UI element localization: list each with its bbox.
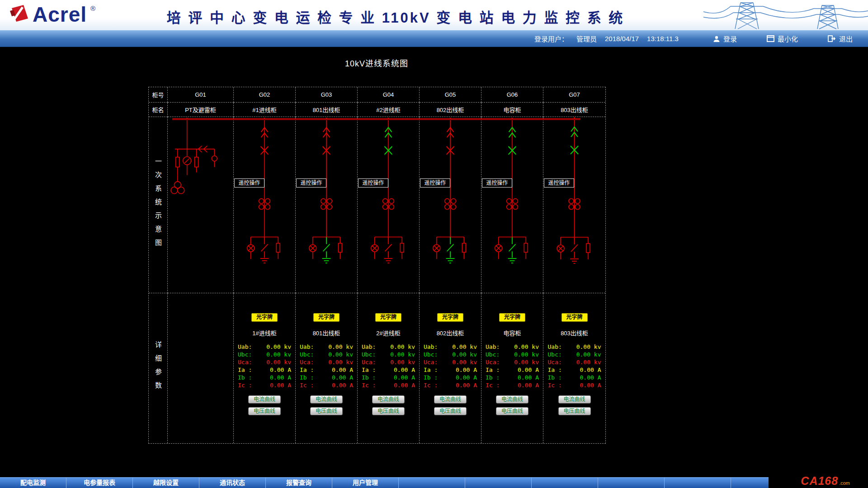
current-curve-button-G05[interactable]: 电流曲线	[434, 395, 467, 404]
measurement-label: Ia :	[424, 366, 438, 374]
measurement-row: Ic :0.00 A	[362, 381, 415, 389]
voltage-curve-button-G04[interactable]: 电压曲线	[372, 407, 405, 415]
measurement-row: Ia :0.00 A	[486, 366, 539, 374]
voltage-curve-button-G03[interactable]: 电压曲线	[310, 407, 343, 415]
measurement-row: Uca:0.00 kv	[238, 358, 291, 366]
current-curve-button-G03[interactable]: 电流曲线	[310, 395, 343, 404]
footer-nav-item-5[interactable]: 报警查询	[266, 478, 332, 488]
measurement-row: Uca:0.00 kv	[362, 358, 415, 366]
measurement-row: Ubc:0.00 kv	[486, 351, 539, 358]
measurement-label: Uca:	[238, 358, 252, 366]
measurement-list-G05: Uab:0.00 kvUbc:0.00 kvUca:0.00 kvIa :0.0…	[424, 343, 477, 389]
measurement-row: Ubc:0.00 kv	[548, 351, 601, 358]
current-curve-button-G04[interactable]: 电流曲线	[372, 395, 405, 404]
cabinet-name-G05: 802出线柜	[420, 103, 481, 117]
remote-control-button-G07[interactable]: 遥控操作	[544, 178, 574, 188]
measurement-row: Ib :0.00 A	[300, 374, 353, 381]
current-curve-button-G06[interactable]: 电流曲线	[496, 395, 528, 404]
voltage-curve-button-G02[interactable]: 电压曲线	[248, 407, 281, 415]
measurement-label: Ubc:	[300, 351, 314, 358]
minimize-button[interactable]: 最小化	[767, 34, 798, 43]
measurement-value: 0.00 A	[332, 381, 353, 389]
measurement-label: Ubc:	[424, 351, 438, 358]
footer-nav-item-4[interactable]: 通讯状态	[199, 478, 266, 488]
annunciator-button-G05[interactable]: 光字牌	[437, 313, 463, 322]
measurement-label: Ia :	[238, 366, 252, 374]
measurement-label: Ib :	[486, 374, 500, 381]
footer-nav-item-6[interactable]: 用户管理	[332, 478, 399, 488]
measurement-label: Ubc:	[362, 351, 376, 358]
login-button-label: 登录	[723, 34, 737, 43]
detail-panel-G04: 光字牌2#进线柜Uab:0.00 kvUbc:0.00 kvUca:0.00 k…	[358, 293, 419, 415]
measurement-value: 0.00 A	[332, 374, 353, 381]
diagram-cell-G07: 遥控操作	[543, 117, 605, 293]
detail-cabinet-name-G03: 801出线柜	[313, 328, 340, 337]
voltage-curve-button-G05[interactable]: 电压曲线	[434, 407, 467, 415]
measurement-row: Ia :0.00 A	[424, 366, 477, 374]
footer-nav-item-2[interactable]: 电参量报表	[66, 478, 133, 488]
measurement-row: Ib :0.00 A	[486, 374, 539, 381]
remote-control-button-G02[interactable]: 遥控操作	[234, 178, 264, 188]
measurement-label: Ia :	[362, 366, 376, 374]
measurement-row: Uab:0.00 kv	[424, 343, 477, 351]
pt-arrester-diagram	[168, 117, 233, 293]
remote-control-button-G03[interactable]: 遥控操作	[296, 178, 326, 188]
measurement-list-G06: Uab:0.00 kvUbc:0.00 kvUca:0.00 kvIa :0.0…	[486, 343, 539, 389]
measurement-value: 0.00 A	[456, 374, 477, 381]
app-header: Acrel ® 培 评 中 心 变 电 运 检 专 业 110kV 变 电 站 …	[0, 0, 868, 30]
exit-button-label: 退出	[839, 34, 853, 43]
measurement-row: Ia :0.00 A	[300, 366, 353, 374]
detail-panel-G05: 光字牌802出线柜Uab:0.00 kvUbc:0.00 kvUca:0.00 …	[420, 293, 481, 415]
voltage-curve-button-G06[interactable]: 电压曲线	[496, 407, 528, 415]
detail-cabinet-name-G02: 1#进线柜	[252, 328, 276, 337]
remote-control-button-G05[interactable]: 遥控操作	[420, 178, 450, 188]
annunciator-button-G07[interactable]: 光字牌	[561, 313, 588, 322]
measurement-list-G07: Uab:0.00 kvUbc:0.00 kvUca:0.00 kvIa :0.0…	[548, 343, 601, 389]
diagram-cell-G03: 遥控操作	[296, 117, 358, 293]
measurement-label: Uab:	[300, 343, 314, 351]
exit-button[interactable]: 退出	[828, 34, 853, 43]
feeder-diagram	[234, 117, 295, 293]
measurement-row: Uab:0.00 kv	[238, 343, 291, 351]
exit-icon	[828, 35, 836, 42]
detail-cabinet-name-G06: 电容柜	[503, 328, 521, 337]
annunciator-button-G06[interactable]: 光字牌	[499, 313, 525, 322]
measurement-value: 0.00 kv	[266, 343, 291, 351]
measurement-value: 0.00 A	[580, 366, 601, 374]
footer-nav-item-3[interactable]: 越限设置	[133, 478, 199, 488]
measurement-value: 0.00 kv	[576, 358, 601, 366]
feeder-diagram	[481, 117, 543, 293]
cabinet-name-G07: 803出线柜	[543, 103, 605, 117]
acrel-logo-icon	[9, 4, 29, 25]
detail-cell-G05: 光字牌802出线柜Uab:0.00 kvUbc:0.00 kvUca:0.00 …	[420, 293, 481, 443]
measurement-value: 0.00 kv	[328, 351, 353, 358]
measurement-label: Ic :	[362, 381, 376, 389]
measurement-value: 0.00 A	[270, 374, 291, 381]
remote-control-button-G06[interactable]: 遥控操作	[482, 178, 512, 188]
measurement-value: 0.00 A	[270, 366, 291, 374]
annunciator-button-G03[interactable]: 光字牌	[313, 313, 340, 322]
measurement-row: Ic :0.00 A	[486, 381, 539, 389]
page-title: 10kV进线系统图	[148, 57, 605, 69]
current-curve-button-G07[interactable]: 电流曲线	[558, 395, 591, 404]
annunciator-button-G04[interactable]: 光字牌	[375, 313, 401, 322]
login-button[interactable]: 登录	[713, 34, 737, 43]
acrel-logo: Acrel ®	[9, 4, 95, 25]
remote-control-button-G04[interactable]: 遥控操作	[358, 178, 388, 188]
measurement-label: Uca:	[362, 358, 376, 366]
measurement-row: Ubc:0.00 kv	[424, 351, 477, 358]
measurement-label: Uca:	[300, 358, 314, 366]
measurement-row: Ia :0.00 A	[548, 366, 601, 374]
annunciator-button-G02[interactable]: 光字牌	[251, 313, 278, 322]
top-status-bar: 登录用户： 管理员 2018/04/17 13:18:11.3 登录 最小化 退…	[0, 30, 868, 47]
footer-nav-item-1[interactable]: 配电监测	[0, 478, 66, 488]
minimize-button-label: 最小化	[778, 34, 798, 43]
current-curve-button-G02[interactable]: 电流曲线	[248, 395, 281, 404]
measurement-label: Uab:	[362, 343, 376, 351]
topbar-buttons: 登录 最小化 退出	[713, 30, 853, 47]
detail-cabinet-name-G05: 802出线柜	[437, 328, 464, 337]
detail-panel-G06: 光字牌电容柜Uab:0.00 kvUbc:0.00 kvUca:0.00 kvI…	[481, 293, 543, 415]
voltage-curve-button-G07[interactable]: 电压曲线	[558, 407, 591, 415]
footer-tab-empty	[598, 478, 665, 488]
measurement-value: 0.00 kv	[390, 343, 415, 351]
